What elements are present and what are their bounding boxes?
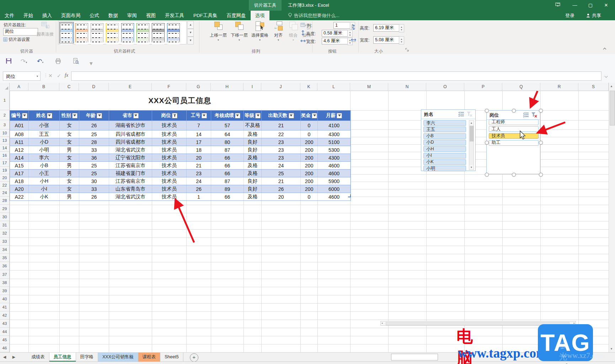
sign-in-button[interactable]: 登录 bbox=[565, 11, 574, 20]
row-header-14[interactable]: 14 bbox=[0, 144, 9, 152]
ribbon-display-options-icon[interactable] bbox=[550, 0, 565, 11]
cell[interactable]: 良好 bbox=[244, 146, 262, 154]
column-header-B[interactable]: B bbox=[28, 83, 59, 91]
cell[interactable]: 25 bbox=[79, 162, 109, 169]
scroll-right-icon[interactable]: ▸ bbox=[573, 322, 575, 325]
columns-input[interactable]: 1 bbox=[333, 22, 351, 29]
cell[interactable]: 男 bbox=[60, 146, 79, 154]
table-header-奖金[interactable]: 奖金 bbox=[301, 111, 318, 121]
row-header-13[interactable]: 13 bbox=[0, 137, 9, 144]
table-row[interactable]: A18小H女30江苏省南京市技术员2487良好212005900 bbox=[10, 177, 351, 185]
size-dialog-launcher-icon[interactable] bbox=[405, 47, 409, 53]
row-header-46[interactable]: 46 bbox=[0, 344, 9, 352]
cell[interactable]: 66 bbox=[211, 193, 244, 200]
size-width-spinner[interactable]: ▲▼ bbox=[399, 36, 404, 44]
table-header-岗位[interactable]: 岗位 bbox=[152, 111, 187, 121]
row-header-19[interactable]: 19 bbox=[0, 167, 9, 174]
table-row[interactable]: A08王五女25四川省成都市技术员1464及格2204300 bbox=[10, 130, 351, 138]
table-header-等级[interactable]: 等级 bbox=[244, 111, 262, 121]
cell[interactable]: 四川省成都市 bbox=[109, 130, 152, 138]
cell[interactable]: 87 bbox=[211, 146, 244, 154]
column-header-G[interactable]: G bbox=[186, 83, 211, 91]
column-header-H[interactable]: H bbox=[211, 83, 244, 91]
cell[interactable]: 四川省成都市 bbox=[109, 138, 152, 146]
slicer-settings-button[interactable]: 切片器设置 bbox=[3, 37, 30, 43]
cell[interactable]: 湖南省长沙市 bbox=[109, 121, 152, 130]
ribbon-tab-数据[interactable]: 数据 bbox=[104, 11, 123, 20]
column-header-N[interactable]: N bbox=[388, 83, 426, 91]
cell[interactable]: A22 bbox=[10, 193, 29, 200]
row-header-35[interactable]: 35 bbox=[0, 254, 9, 262]
cell[interactable]: 25 bbox=[262, 170, 301, 177]
slicer-style-light-orange[interactable] bbox=[75, 22, 89, 43]
slicer-item-李六[interactable]: 李六 bbox=[423, 120, 466, 126]
cell[interactable]: 87 bbox=[211, 177, 244, 185]
cell[interactable]: 24 bbox=[262, 162, 301, 169]
column-header-C[interactable]: C bbox=[59, 83, 79, 91]
table-row[interactable]: A20小I女33山东省青岛市技术员2689良好262006000 bbox=[10, 185, 351, 193]
arrange-button-send-backward[interactable]: 下移一层▾ bbox=[229, 21, 249, 42]
row-header-36[interactable]: 36 bbox=[0, 262, 9, 270]
column-header-S[interactable]: S bbox=[578, 83, 609, 91]
cell[interactable]: 7 bbox=[187, 121, 211, 130]
slicer-style-light-blue[interactable] bbox=[59, 22, 74, 43]
slicer-item-工程师[interactable]: 工程师 bbox=[489, 119, 539, 125]
table-row[interactable]: A01小张女26湖南省长沙市技术员757不及格2104100 bbox=[10, 121, 351, 130]
cell[interactable]: 山东省青岛市 bbox=[109, 185, 152, 193]
cell[interactable]: 200 bbox=[301, 154, 318, 161]
table-row[interactable]: A14李六女36辽宁省沈阳市技术员2066及格232004300 bbox=[10, 154, 351, 161]
cell[interactable]: 200 bbox=[301, 170, 318, 177]
filter-dropdown-icon[interactable] bbox=[202, 113, 207, 118]
column-header-O[interactable]: O bbox=[426, 83, 464, 91]
ribbon-tab-开发工具[interactable]: 开发工具 bbox=[160, 11, 189, 20]
cell[interactable]: 1 bbox=[187, 193, 211, 200]
table-row[interactable]: A11小D女28四川省成都市技术员1780良好232005100 bbox=[10, 138, 351, 146]
slicer-style-light-yellow[interactable] bbox=[105, 22, 119, 43]
cell[interactable]: 66 bbox=[211, 154, 244, 161]
cell[interactable]: 女 bbox=[60, 138, 79, 146]
cell[interactable]: 33 bbox=[79, 185, 109, 193]
vscroll-thumb[interactable] bbox=[610, 91, 615, 125]
slicer-resize-handle[interactable] bbox=[485, 141, 489, 145]
cell[interactable]: 江苏省南京市 bbox=[109, 177, 152, 185]
cell[interactable]: 57 bbox=[211, 121, 244, 130]
button-height-input[interactable]: 0.58 厘米 bbox=[322, 30, 349, 37]
row-header-44[interactable]: 44 bbox=[0, 328, 9, 336]
cell[interactable]: 良好 bbox=[244, 138, 262, 146]
slicer-scroll-thumb[interactable] bbox=[470, 126, 474, 141]
scroll-down-icon[interactable]: ▼ bbox=[469, 165, 474, 170]
column-header-R[interactable]: R bbox=[540, 83, 578, 91]
row-header-38[interactable]: 38 bbox=[0, 279, 9, 287]
slicer-item-小明[interactable]: 小明 bbox=[423, 166, 466, 171]
cell[interactable]: 女 bbox=[60, 185, 79, 193]
column-header-L[interactable]: L bbox=[317, 83, 350, 91]
row-header-40[interactable]: 40 bbox=[0, 295, 9, 303]
column-header-Q[interactable]: Q bbox=[502, 83, 540, 91]
cell[interactable]: 李六 bbox=[29, 154, 60, 161]
cell[interactable]: 0 bbox=[301, 193, 318, 200]
sheet-tab-员工信息[interactable]: 员工信息 bbox=[49, 353, 76, 362]
cell[interactable]: 良好 bbox=[244, 185, 262, 193]
row-header-41[interactable]: 41 bbox=[0, 303, 9, 311]
row-header-45[interactable]: 45 bbox=[0, 336, 9, 344]
hscroll-thumb[interactable] bbox=[386, 322, 569, 325]
filter-dropdown-icon[interactable] bbox=[97, 113, 102, 118]
filter-dropdown-icon[interactable] bbox=[289, 113, 294, 118]
filter-applied-icon[interactable] bbox=[172, 113, 177, 118]
slicer-resize-handle[interactable] bbox=[485, 173, 489, 177]
button-width-input[interactable]: 4.6 厘米 bbox=[322, 38, 349, 44]
slicer-caption-input[interactable]: 岗位 bbox=[3, 28, 38, 36]
slicer-style-dark[interactable] bbox=[151, 22, 165, 43]
scroll-down-icon[interactable]: ▼ bbox=[610, 347, 613, 350]
cell[interactable]: 女 bbox=[60, 154, 79, 161]
table-header-出勤天数[interactable]: 出勤天数 bbox=[262, 111, 301, 121]
cell[interactable]: 18 bbox=[187, 146, 211, 154]
sheet-nav-left-icon[interactable]: ◀ bbox=[0, 353, 9, 362]
sheet-tab-XXX公司销售额[interactable]: XXX公司销售额 bbox=[98, 353, 138, 362]
column-header-P[interactable]: P bbox=[464, 83, 502, 91]
cell[interactable]: A14 bbox=[10, 154, 29, 161]
ribbon-tab-插入[interactable]: 插入 bbox=[38, 11, 57, 20]
cell[interactable]: A17 bbox=[10, 170, 29, 177]
sheet-title-cell[interactable]: XXX公司员工信息 bbox=[10, 91, 350, 110]
cell[interactable]: A11 bbox=[10, 138, 29, 146]
